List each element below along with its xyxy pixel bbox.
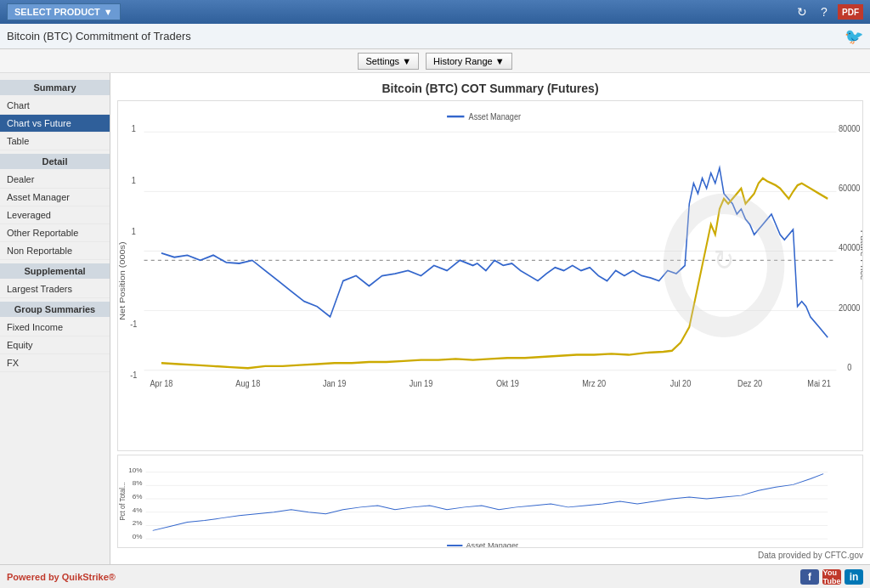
summary-header: Summary (0, 80, 110, 95)
select-product-label: SELECT PRODUCT (14, 7, 100, 17)
main-chart: 1 1 1 -1 -1 Net Position (000s) 80000 60… (117, 100, 863, 451)
svg-text:Asset Manager: Asset Manager (466, 541, 518, 547)
mini-chart-svg: 10% 8% 6% 4% 2% 0% Pct of Total... (118, 455, 862, 547)
select-product-button[interactable]: SELECT PRODUCT ▼ (7, 3, 121, 20)
title-bar: Bitcoin (BTC) Commitment of Traders 🐦 (0, 24, 870, 49)
svg-text:Asset Manager: Asset Manager (469, 111, 522, 122)
sidebar-item-leveraged[interactable]: Leveraged (0, 206, 110, 224)
sidebar-item-dealer[interactable]: Dealer (0, 171, 110, 189)
svg-text:Aug 18: Aug 18 (235, 378, 260, 388)
svg-text:Jul 20: Jul 20 (670, 378, 692, 388)
sidebar-item-other-reportable[interactable]: Other Reportable (0, 224, 110, 242)
svg-text:Jun 19: Jun 19 (410, 378, 433, 388)
svg-text:1: 1 (132, 226, 136, 236)
sidebar-item-chart[interactable]: Chart (0, 97, 110, 115)
svg-text:Mai 21: Mai 21 (807, 378, 831, 388)
footer-icons: f YouTube in (800, 569, 863, 585)
svg-text:-1: -1 (130, 319, 138, 329)
svg-text:Dez 20: Dez 20 (737, 378, 762, 388)
data-source: Data provided by CFTC.gov (114, 550, 867, 561)
svg-text:20000: 20000 (839, 302, 861, 313)
facebook-icon[interactable]: f (800, 569, 819, 585)
main-layout: Summary Chart Chart vs Future Table Deta… (0, 73, 870, 564)
footer-bar: Powered by QuikStrike® f YouTube in (0, 564, 870, 588)
powered-by: Powered by QuikStrike® (7, 572, 116, 582)
pdf-button[interactable]: PDF (838, 4, 863, 20)
svg-text:1: 1 (132, 124, 136, 134)
sidebar-item-chart-vs-future[interactable]: Chart vs Future (0, 115, 110, 133)
sidebar: Summary Chart Chart vs Future Table Deta… (0, 73, 110, 564)
svg-text:Apr 18: Apr 18 (150, 378, 172, 388)
svg-text:Mrz 20: Mrz 20 (582, 378, 606, 388)
linkedin-icon[interactable]: in (845, 569, 863, 585)
svg-text:80000: 80000 (839, 124, 861, 134)
svg-text:↻: ↻ (714, 245, 734, 277)
settings-dropdown[interactable]: Settings ▼ (358, 53, 419, 70)
sidebar-item-non-reportable[interactable]: Non Reportable (0, 242, 110, 260)
svg-text:8%: 8% (133, 479, 143, 487)
twitter-icon[interactable]: 🐦 (845, 27, 863, 46)
powered-by-text: Powered by (7, 572, 62, 582)
sidebar-item-table[interactable]: Table (0, 133, 110, 150)
dropdown-arrow-icon: ▼ (104, 7, 113, 17)
svg-text:60000: 60000 (839, 184, 861, 194)
svg-text:Future Price: Future Price (859, 230, 862, 281)
svg-text:Okt 19: Okt 19 (496, 378, 519, 388)
group-summaries-header: Group Summaries (0, 302, 110, 317)
brand-name: QuikStrike (62, 572, 109, 582)
sidebar-item-equity[interactable]: Equity (0, 336, 110, 354)
sidebar-item-largest-traders[interactable]: Largest Traders (0, 280, 110, 298)
sidebar-item-fixed-income[interactable]: Fixed Income (0, 319, 110, 336)
page-title: Bitcoin (BTC) Commitment of Traders (7, 30, 191, 42)
svg-text:10%: 10% (128, 466, 142, 474)
sidebar-item-asset-manager[interactable]: Asset Manager (0, 189, 110, 206)
top-bar: SELECT PRODUCT ▼ ↻ ? PDF (0, 0, 870, 24)
sidebar-item-fx[interactable]: FX (0, 354, 110, 372)
settings-label: Settings (365, 56, 399, 66)
settings-arrow-icon: ▼ (402, 56, 411, 66)
main-chart-svg: 1 1 1 -1 -1 Net Position (000s) 80000 60… (118, 101, 862, 450)
svg-text:Net Position (000s): Net Position (000s) (118, 241, 127, 319)
chart-title: Bitcoin (BTC) COT Summary (Futures) (114, 76, 867, 99)
mini-chart: 10% 8% 6% 4% 2% 0% Pct of Total... (117, 455, 863, 548)
svg-text:-1: -1 (130, 370, 138, 381)
svg-text:0%: 0% (133, 533, 143, 540)
controls-bar: Settings ▼ History Range ▼ (0, 49, 870, 73)
svg-text:4%: 4% (133, 506, 143, 514)
svg-text:Jan 19: Jan 19 (323, 378, 347, 388)
refresh-icon[interactable]: ↻ (794, 3, 811, 20)
svg-text:2%: 2% (133, 520, 143, 528)
svg-text:0: 0 (847, 362, 851, 372)
svg-text:Pct of Total...: Pct of Total... (119, 482, 127, 520)
youtube-icon[interactable]: YouTube (822, 569, 841, 585)
trademark-symbol: ® (109, 572, 116, 582)
top-right-icons: ↻ ? PDF (794, 3, 863, 20)
detail-header: Detail (0, 154, 110, 169)
history-range-dropdown[interactable]: History Range ▼ (426, 53, 512, 70)
history-range-arrow-icon: ▼ (495, 56, 505, 66)
svg-text:40000: 40000 (839, 243, 861, 253)
help-icon[interactable]: ? (816, 3, 833, 20)
chart-area: Bitcoin (BTC) COT Summary (Futures) 1 1 … (110, 73, 870, 564)
svg-text:1: 1 (132, 175, 136, 185)
supplemental-header: Supplemental (0, 263, 110, 279)
history-range-label: History Range (433, 56, 493, 66)
svg-text:6%: 6% (133, 493, 143, 500)
